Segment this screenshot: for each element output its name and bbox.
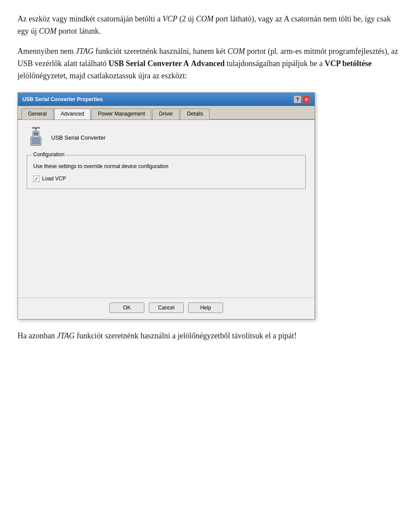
close-button[interactable]: ✕ — [302, 95, 310, 103]
para1-text-middle1: (2 új — [177, 14, 196, 23]
svg-rect-2 — [33, 131, 39, 138]
para1-vcp1: VCP — [162, 14, 177, 23]
help-button[interactable]: ? — [294, 95, 301, 103]
para1-com2: COM — [39, 27, 56, 35]
dialog-empty-area — [27, 196, 306, 292]
tab-details[interactable]: Details — [180, 109, 210, 119]
svg-rect-1 — [32, 138, 40, 144]
para2-text-after2: jelölőnégyzetet, majd csatlakoztassuk új… — [18, 71, 187, 80]
svg-point-9 — [32, 127, 34, 129]
usb-device-icon — [27, 127, 45, 148]
device-name-label: USB Serial Converter — [51, 134, 105, 141]
para1-text-before: Az eszköz vagy mindkét csatornáján betöl… — [18, 14, 162, 23]
config-group: Configuration Use these settings to over… — [27, 155, 306, 189]
para2-bold1: USB Serial Converter A — [108, 59, 189, 68]
dialog-body: USB Serial Converter Configuration Use t… — [18, 120, 315, 298]
help-dialog-button[interactable]: Help — [188, 302, 223, 313]
dialog-titlebar: USB Serial Converter Properties ? ✕ — [18, 93, 315, 106]
para3-text-before: Ha azonban — [18, 331, 57, 340]
para2-text-before: Amennyiben nem — [18, 47, 76, 56]
config-legend: Configuration — [32, 151, 66, 158]
tab-advanced[interactable]: Advanced — [54, 109, 91, 119]
paragraph-2: Amennyiben nem JTAG funkciót szeretnénk … — [18, 46, 402, 82]
device-row: USB Serial Converter — [27, 127, 306, 148]
paragraph-3: Ha azonban JTAG funkciót szeretnénk hasz… — [18, 330, 402, 342]
tab-general[interactable]: General — [21, 109, 53, 119]
para3-jtag2: JTAG — [57, 331, 75, 340]
para3-text-after: funkciót szeretnénk használni a jelölőné… — [75, 331, 297, 340]
dialog-wrapper: USB Serial Converter Properties ? ✕ Gene… — [18, 92, 402, 320]
dialog-tabs: General Advanced Power Management Driver… — [18, 106, 315, 120]
load-vcp-checkbox[interactable]: ✓ — [33, 176, 39, 182]
svg-rect-3 — [34, 132, 35, 135]
svg-rect-4 — [36, 132, 38, 135]
para2-bold3: VCP betöltése — [325, 59, 371, 68]
para1-com1: COM — [196, 14, 214, 23]
para2-text-middle3: tulajdonságaiban pipáljuk be a — [225, 59, 325, 68]
load-vcp-label[interactable]: Load VCP — [42, 176, 66, 182]
para2-jtag1: JTAG — [76, 47, 94, 56]
dialog-controls: ? ✕ — [294, 95, 310, 103]
load-vcp-row: ✓ Load VCP — [33, 176, 299, 182]
dialog-window: USB Serial Converter Properties ? ✕ Gene… — [18, 92, 315, 320]
config-description: Use these settings to override normal de… — [33, 163, 299, 169]
para1-text-after: portot látunk. — [56, 27, 101, 35]
svg-point-10 — [38, 127, 40, 129]
cancel-button[interactable]: Cancel — [149, 302, 184, 313]
tab-driver[interactable]: Driver — [152, 109, 179, 119]
para2-bold2: Advanced — [191, 59, 225, 68]
para2-com3: COM — [228, 47, 245, 56]
dialog-buttons: OK Cancel Help — [18, 298, 315, 319]
para2-text-middle: funkciót szeretnénk használni, hanem két — [94, 47, 228, 56]
paragraph-1: Az eszköz vagy mindkét csatornáján betöl… — [18, 13, 402, 38]
tab-power-management[interactable]: Power Management — [91, 109, 151, 119]
ok-button[interactable]: OK — [109, 302, 144, 313]
dialog-title: USB Serial Converter Properties — [22, 96, 294, 102]
